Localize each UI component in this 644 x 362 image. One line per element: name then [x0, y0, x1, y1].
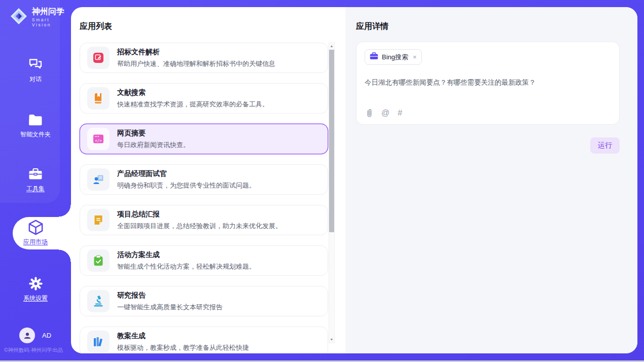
sidebar-item-label: 应用市场 [23, 238, 48, 246]
app-card-title: 项目总结汇报 [117, 210, 282, 219]
app-detail-title: 应用详情 [356, 21, 620, 32]
at-icon[interactable]: @ [381, 108, 389, 118]
brand-name: 神州问学 [32, 7, 71, 16]
app-card-web-summary[interactable]: </> 网页摘要 每日政府新闻资讯快查。 [80, 124, 328, 154]
app-card-title: 活动方案生成 [117, 250, 256, 260]
scrollbar-thumb[interactable] [329, 50, 334, 232]
run-button[interactable]: 运行 [590, 137, 620, 154]
app-card-text: 教案生成 模板驱动，教案秒成，教学准备从此轻松快捷 [117, 332, 249, 352]
app-card-desc: 帮助用户快速、准确地理解和解析招标书中的关键信息 [117, 59, 275, 68]
app-card-lesson-plan[interactable]: 教案生成 模板驱动，教案秒成，教学准备从此轻松快捷 [80, 327, 328, 353]
sidebar-item-label: 工具集 [26, 185, 45, 193]
app-card-desc: 智能生成个性化活动方案，轻松解决规划难题。 [117, 262, 256, 271]
app-card-text: 网页摘要 每日政府新闻资讯快查。 [117, 129, 190, 150]
app-card-title: 招标文件解析 [117, 48, 275, 57]
sidebar-item-toolset[interactable]: 工具集 [0, 166, 71, 193]
tool-chip-label: Bing搜索 [382, 53, 408, 62]
app-card-pm-interviewer[interactable]: 产品经理面试官 明确身份和职责，为您提供专业性的面试问题。 [80, 164, 328, 195]
browser-code-icon: </> [87, 128, 110, 150]
app-card-text: 项目总结汇报 全面回顾项目进展，总结经验教训，助力未来优化发展。 [117, 210, 282, 231]
app-card-activity-plan[interactable]: 活动方案生成 智能生成个性化活动方案，轻松解决规划难题。 [80, 245, 328, 276]
list-scrollbar[interactable]: ▲ ▼ [329, 43, 335, 343]
prompt-input[interactable]: 今日湖北有哪些新闻要点？有哪些需要关注的最新政策？ [365, 78, 611, 87]
hash-icon[interactable]: # [398, 108, 402, 118]
app-card-title: 文献搜索 [117, 88, 269, 97]
scrollbar-up-icon[interactable]: ▲ [329, 43, 334, 49]
close-icon[interactable]: × [413, 53, 417, 61]
sidebar-item-system-settings[interactable]: 系统设置 [0, 276, 71, 303]
app-card-literature-search[interactable]: 文献搜索 快速精准查找学术资源，提高研究效率的必备工具。 [80, 83, 328, 114]
sidebar-item-smart-folder[interactable]: 智能文件夹 [0, 112, 71, 139]
app-card-title: 产品经理面试官 [117, 169, 256, 178]
app-card-research-report[interactable]: 研究报告 一键智能生成高质量长文本研究报告 [80, 286, 328, 316]
app-card-project-summary[interactable]: 项目总结汇报 全面回顾项目进展，总结经验教训，助力未来优化发展。 [80, 205, 328, 235]
paperclip-icon[interactable] [366, 108, 373, 118]
brand-subtitle: Smart Vision [32, 17, 71, 27]
user-name: AD [42, 332, 51, 339]
sidebar-item-label: 系统设置 [23, 294, 48, 303]
presenter-icon [87, 168, 110, 191]
app-card-desc: 全面回顾项目进展，总结经验教训，助力未来优化发展。 [117, 222, 282, 231]
sidebar-item-app-market[interactable]: 应用市场 [0, 220, 71, 246]
clipboard-check-icon [87, 249, 110, 272]
briefcase-icon [370, 52, 378, 62]
app-card-title: 网页摘要 [117, 129, 190, 138]
app-card-text: 活动方案生成 智能生成个性化活动方案，轻松解决规划难题。 [117, 250, 256, 271]
app-card-desc: 每日政府新闻资讯快查。 [117, 140, 190, 150]
app-card-title: 教案生成 [117, 332, 249, 341]
copyright-footer: ©神州数码·神州问学出品 [4, 347, 75, 354]
app-card-desc: 快速精准查找学术资源，提高研究效率的必备工具。 [117, 100, 269, 109]
sidebar: 神州问学 Smart Vision 对话 智能文件夹 工具集 应用市场 [0, 0, 71, 362]
book-icon [87, 87, 110, 110]
app-card-text: 研究报告 一键智能生成高质量长文本研究报告 [117, 291, 223, 312]
app-list-title: 应用列表 [80, 21, 345, 32]
sidebar-item-label: 智能文件夹 [20, 130, 51, 139]
active-tab-curve-top [59, 205, 71, 217]
run-row: 运行 [356, 137, 620, 154]
app-card-desc: 明确身份和职责，为您提供专业性的面试问题。 [117, 181, 256, 190]
brand-logo-icon [9, 7, 28, 28]
tool-chip-bing-search: Bing搜索 × [365, 49, 422, 65]
compose-card: Bing搜索 × 今日湖北有哪些新闻要点？有哪些需要关注的最新政策？ @# [356, 42, 620, 125]
sidebar-item-label: 对话 [29, 75, 42, 84]
app-detail-pane: 应用详情 Bing搜索 × 今日湖北有哪些新闻要点？有哪些需要关注的最新政策？ … [345, 7, 637, 353]
brand: 神州问学 Smart Vision [9, 7, 71, 28]
app-list-pane: 应用列表 招标文件解析 帮助用户快速、准确地理解和解析招标书中的关键信息 文献搜… [71, 7, 345, 353]
pen-square-icon [87, 47, 110, 69]
chat-icon [0, 57, 71, 72]
app-card-list: 招标文件解析 帮助用户快速、准确地理解和解析招标书中的关键信息 文献搜索 快速精… [80, 43, 328, 353]
app-window: { "brand": { "name": "神州问学", "subtitle":… [0, 0, 644, 362]
active-tab-curve-bottom [59, 249, 71, 262]
note-icon [87, 209, 110, 231]
svg-text:</>: </> [95, 138, 102, 143]
microscope-icon [87, 290, 110, 312]
sidebar-item-chat[interactable]: 对话 [0, 57, 71, 84]
app-card-desc: 模板驱动，教案秒成，教学准备从此轻松快捷 [117, 343, 249, 352]
scrollbar-down-icon[interactable]: ▼ [329, 337, 334, 343]
gear-icon [0, 276, 71, 291]
attachment-toolbar: @# [366, 108, 402, 118]
books-icon [87, 331, 110, 353]
folder-icon [0, 112, 71, 127]
cube-icon [0, 220, 71, 235]
app-card-text: 文献搜索 快速精准查找学术资源，提高研究效率的必备工具。 [117, 88, 269, 109]
app-card-text: 产品经理面试官 明确身份和职责，为您提供专业性的面试问题。 [117, 169, 256, 190]
main-panel: 应用列表 招标文件解析 帮助用户快速、准确地理解和解析招标书中的关键信息 文献搜… [71, 7, 637, 353]
user-avatar[interactable] [19, 328, 35, 343]
user-row[interactable]: AD [19, 328, 51, 343]
app-card-text: 招标文件解析 帮助用户快速、准确地理解和解析招标书中的关键信息 [117, 48, 275, 68]
app-card-title: 研究报告 [117, 291, 223, 300]
app-card-bid-doc-analysis[interactable]: 招标文件解析 帮助用户快速、准确地理解和解析招标书中的关键信息 [80, 43, 328, 73]
app-card-desc: 一键智能生成高质量长文本研究报告 [117, 303, 223, 312]
briefcase-icon [0, 166, 71, 182]
